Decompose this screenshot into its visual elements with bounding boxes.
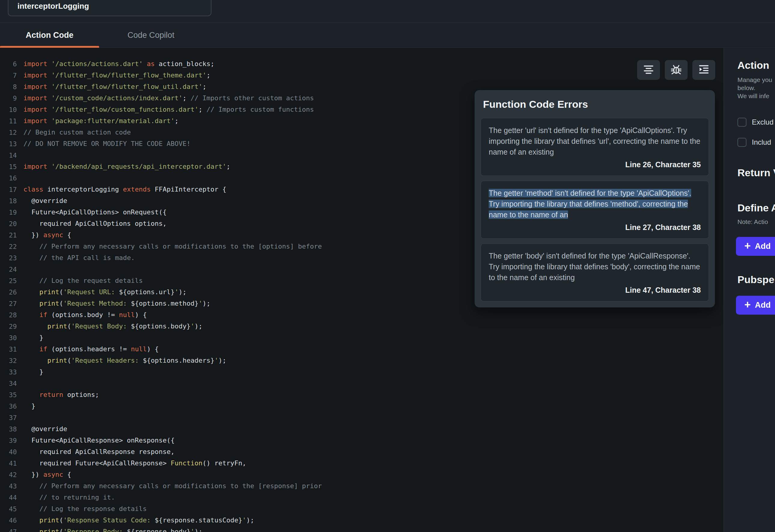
editor-toolbar [637, 60, 715, 80]
error-location: Line 47, Character 38 [489, 286, 701, 295]
error-location: Line 26, Character 35 [489, 160, 701, 169]
line-number: 36 [0, 403, 17, 410]
line-number: 42 [0, 471, 17, 479]
code-line: 42 }) async { [0, 469, 724, 480]
code-text: } [23, 366, 43, 378]
line-number: 11 [0, 117, 17, 125]
line-number: 30 [0, 334, 17, 342]
line-number: 35 [0, 391, 17, 399]
line-number: 27 [0, 300, 17, 307]
code-text: }) async { [23, 469, 71, 480]
add-argument-button[interactable]: + Add [736, 237, 775, 256]
line-number: 28 [0, 311, 17, 319]
line-number: 34 [0, 380, 17, 387]
code-line: 44 // to returning it. [0, 492, 724, 503]
code-text: print('Response Body: ${response.body}')… [23, 526, 202, 532]
action-name-input[interactable] [8, 0, 211, 16]
checkbox-include[interactable]: Includ [737, 138, 771, 147]
code-text: class interceptorLogging extends FFApiIn… [23, 184, 226, 195]
code-text: Future<ApiCallOptions> onRequest({ [23, 207, 167, 218]
debug-button[interactable] [665, 60, 688, 80]
code-line: 40 required ApiCallResponse response, [0, 446, 724, 458]
code-text: required ApiCallResponse response, [23, 446, 174, 458]
line-number: 44 [0, 494, 17, 501]
code-text: print('Response Status Code: ${response.… [23, 515, 254, 526]
code-line: 37 [0, 412, 724, 423]
error-message: The getter 'url' isn't defined for the t… [489, 125, 701, 157]
code-text: @override [23, 423, 67, 435]
code-text: @override [23, 195, 67, 207]
code-line: 46 print('Response Status Code: ${respon… [0, 515, 724, 526]
line-number: 16 [0, 174, 17, 182]
line-number: 45 [0, 505, 17, 513]
line-number: 17 [0, 186, 17, 193]
plus-icon: + [744, 299, 751, 310]
code-text: print('Request Body: ${options.body}'); [23, 321, 202, 332]
main-area: 6import '/actions/actions.dart' as actio… [0, 48, 775, 532]
line-number: 23 [0, 254, 17, 262]
pubspec-heading: Pubspe [737, 274, 774, 286]
add-dependency-button[interactable]: + Add [736, 296, 775, 315]
tab-action-code[interactable]: Action Code [0, 23, 99, 48]
code-text: if (options.headers != null) { [23, 343, 159, 355]
error-card-selected[interactable]: The getter 'method' isn't defined for th… [481, 181, 709, 239]
debug-bug-icon [670, 63, 682, 77]
checkbox-include-box[interactable] [737, 138, 746, 147]
checkbox-exclude[interactable]: Exclud [737, 118, 773, 127]
format-align-icon [643, 63, 655, 77]
code-text: import 'package:flutter/material.dart'; [23, 115, 179, 127]
code-line: 45 // Log the response details [0, 503, 724, 515]
code-text: print('Request URL: ${options.url}'); [23, 286, 186, 298]
line-number: 19 [0, 209, 17, 216]
code-text: print('Request Method: ${options.method}… [23, 298, 210, 309]
code-line: 38 @override [0, 423, 724, 435]
line-number: 12 [0, 129, 17, 136]
code-text: // to returning it. [23, 492, 115, 503]
line-number: 31 [0, 346, 17, 353]
line-number: 40 [0, 448, 17, 456]
code-text: } [23, 401, 35, 412]
line-number: 39 [0, 437, 17, 444]
line-number: 33 [0, 368, 17, 376]
code-text: required Future<ApiCallResponse> Functio… [23, 458, 246, 469]
line-number: 26 [0, 289, 17, 296]
error-card[interactable]: The getter 'body' isn't defined for the … [481, 243, 709, 301]
settings-sidebar: Action Manage you below. We will infe Ex… [724, 48, 775, 532]
line-number: 37 [0, 414, 17, 422]
tab-bar: Action Code Code Copilot [0, 23, 775, 48]
plus-icon: + [744, 240, 751, 251]
line-number: 43 [0, 482, 17, 490]
code-line: 28 if (options.body != null) { [0, 309, 724, 321]
code-text: // Log the request details [23, 275, 143, 286]
define-arguments-heading: Define A [737, 202, 775, 214]
line-number: 15 [0, 163, 17, 171]
checkbox-exclude-box[interactable] [737, 118, 746, 127]
error-card[interactable]: The getter 'url' isn't defined for the t… [481, 118, 709, 176]
code-text: // Log the response details [23, 503, 147, 515]
indent-button[interactable] [692, 60, 715, 80]
error-panel-title: Function Code Errors [483, 98, 707, 110]
line-number: 22 [0, 243, 17, 250]
code-text: }) async { [23, 229, 71, 241]
code-line: 39 Future<ApiCallResponse> onResponse({ [0, 435, 724, 446]
line-number: 47 [0, 528, 17, 532]
code-line: 7import '/flutter_flow/flutter_flow_them… [0, 70, 724, 81]
code-editor[interactable]: 6import '/actions/actions.dart' as actio… [0, 48, 724, 532]
error-message: The getter 'method' isn't defined for th… [489, 188, 701, 220]
error-location: Line 27, Character 38 [489, 223, 701, 232]
top-bar [0, 0, 775, 23]
tab-code-copilot[interactable]: Code Copilot [99, 23, 203, 48]
code-line: 33 } [0, 366, 724, 378]
action-settings-description: Manage you below. We will infe [737, 76, 772, 100]
code-text: required ApiCallOptions options, [23, 218, 167, 229]
code-line: 6import '/actions/actions.dart' as actio… [0, 58, 724, 70]
code-text: return options; [23, 389, 99, 401]
custom-action-code-page: { "topbar": { "action_name": "intercepto… [0, 0, 775, 532]
code-line: 32 print('Request Headers: ${options.hea… [0, 355, 724, 366]
line-number: 7 [0, 72, 17, 79]
code-text: print('Request Headers: ${options.header… [23, 355, 226, 366]
format-align-button[interactable] [637, 60, 660, 80]
line-number: 14 [0, 152, 17, 159]
action-name-value[interactable] [17, 1, 211, 11]
code-text: } [23, 332, 43, 343]
